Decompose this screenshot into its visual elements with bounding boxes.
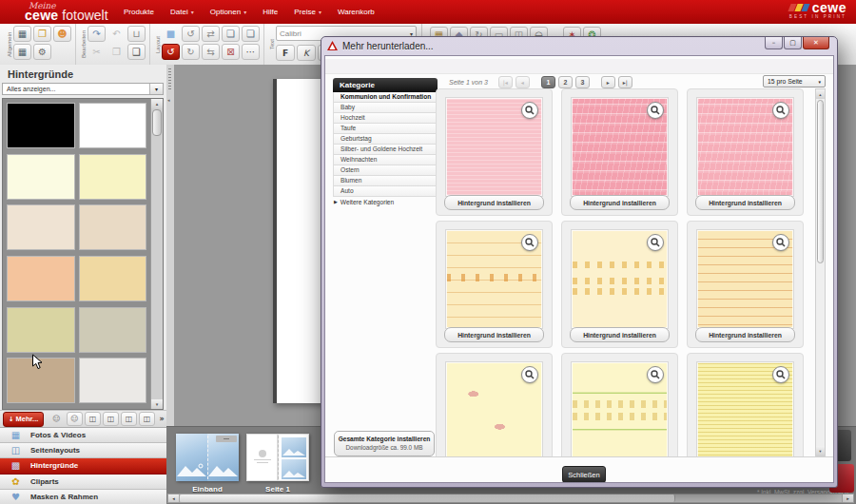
category-ostern[interactable]: Ostern bbox=[333, 165, 438, 176]
close-button[interactable]: ✕ bbox=[803, 37, 829, 49]
page-1-button[interactable]: 1 bbox=[541, 76, 555, 88]
scrollbar-thumb[interactable] bbox=[817, 100, 824, 263]
active-undo-icon[interactable]: ↺ bbox=[162, 44, 180, 60]
magnifier-icon[interactable] bbox=[772, 234, 789, 251]
page-thumb-einband[interactable]: Einband bbox=[176, 434, 239, 494]
background-swatch-8[interactable] bbox=[79, 256, 147, 301]
scroll-down-icon[interactable]: ▾ bbox=[151, 399, 163, 409]
background-swatch-10[interactable] bbox=[79, 307, 147, 353]
category-weihnachten[interactable]: Weihnachten bbox=[333, 155, 438, 165]
magnifier-icon[interactable] bbox=[772, 102, 789, 119]
category-blumen[interactable]: Blumen bbox=[333, 176, 438, 186]
install-background-button[interactable]: Hintergrund installieren bbox=[695, 327, 795, 342]
save-icon[interactable]: ▦ bbox=[13, 26, 31, 42]
background-swatch-7[interactable] bbox=[7, 256, 75, 301]
install-background-button[interactable]: Hintergrund installieren bbox=[570, 327, 670, 342]
menu-optionen[interactable]: Optionen▾ bbox=[210, 8, 246, 16]
menu-preise[interactable]: Preise▾ bbox=[294, 8, 321, 16]
background-swatch-9[interactable] bbox=[7, 307, 75, 353]
menu-datei[interactable]: Datei▾ bbox=[170, 8, 194, 16]
scrollbar-thumb[interactable] bbox=[180, 494, 675, 502]
background-filter-select[interactable]: Alles anzeigen... ▾ bbox=[2, 83, 164, 95]
cut-icon[interactable]: ✂ bbox=[88, 44, 106, 60]
flip-icon[interactable]: ⇄ bbox=[202, 26, 220, 42]
per-page-select[interactable]: 15 pro Seite ▾ bbox=[763, 75, 826, 87]
footer-more-icon[interactable]: » bbox=[157, 412, 166, 426]
background-preview[interactable] bbox=[572, 98, 668, 196]
page-2-button[interactable]: 2 bbox=[558, 76, 573, 88]
open-folder-icon[interactable]: ❐ bbox=[33, 26, 51, 42]
sidebar-item-masken-rahmen[interactable]: ♥Masken & Rahmen bbox=[0, 490, 166, 504]
last-page-button[interactable]: ▸| bbox=[618, 76, 632, 88]
copy-icon[interactable]: ❐ bbox=[107, 44, 126, 60]
page-3-button[interactable]: 3 bbox=[575, 76, 590, 88]
category-geburtstag[interactable]: Geburtstag bbox=[333, 134, 438, 145]
install-background-button[interactable]: Hintergrund installieren bbox=[570, 195, 670, 210]
bold-button[interactable]: F bbox=[276, 45, 295, 61]
category-hochzeit[interactable]: Hochzeit bbox=[333, 113, 438, 124]
settings-icon[interactable]: ⚙ bbox=[33, 44, 51, 60]
scrollbar-thumb[interactable] bbox=[152, 109, 162, 136]
background-swatch-2[interactable] bbox=[79, 103, 147, 148]
background-preview[interactable] bbox=[446, 362, 542, 456]
italic-button[interactable]: K bbox=[297, 45, 316, 61]
background-preview[interactable] bbox=[446, 98, 542, 196]
sidebar-item-fotos-videos[interactable]: ▦Fotos & Videos bbox=[0, 428, 166, 443]
menu-produkte[interactable]: Produkte bbox=[124, 8, 154, 16]
menu-hilfe[interactable]: Hilfe bbox=[263, 8, 278, 16]
install-background-button[interactable]: Hintergrund installieren bbox=[695, 195, 795, 210]
maximize-button[interactable]: ▢ bbox=[784, 37, 802, 49]
dialog-titlebar[interactable]: Mehr herunterladen... –▢✕ bbox=[321, 37, 837, 54]
rotate-ccw-icon[interactable]: ↺ bbox=[182, 26, 200, 42]
sidebar-item-seitenlayouts[interactable]: ◫Seitenlayouts bbox=[0, 443, 166, 458]
category-auto[interactable]: Auto bbox=[333, 186, 438, 197]
background-swatch-1[interactable] bbox=[7, 103, 75, 148]
next-page-button[interactable]: ▸ bbox=[601, 76, 615, 88]
background-preview[interactable] bbox=[572, 230, 668, 328]
category-silber-und-goldene-hochzeit[interactable]: Silber- und Goldene Hochzeit bbox=[333, 145, 438, 155]
more-categories[interactable]: ▶ Weitere Kategorien bbox=[333, 197, 438, 207]
raise-layer-icon[interactable]: ❏ bbox=[222, 26, 240, 42]
save-as-icon[interactable]: ▦ bbox=[13, 44, 31, 60]
redo-icon[interactable]: ↷ bbox=[88, 26, 106, 42]
install-background-button[interactable]: Hintergrund installieren bbox=[444, 195, 544, 210]
flip-vertical-icon[interactable]: ⇆ bbox=[202, 44, 220, 60]
sidebar-item-hintergr-nde[interactable]: ▩Hintergründe bbox=[0, 458, 166, 474]
paste-icon[interactable]: ❑ bbox=[127, 44, 146, 60]
user-icon[interactable]: ☻ bbox=[53, 26, 71, 42]
background-swatch-5[interactable] bbox=[7, 204, 75, 250]
delete-layer-icon[interactable]: ⊠ bbox=[222, 44, 240, 60]
magnifier-icon[interactable] bbox=[521, 366, 538, 383]
swatch-scrollbar[interactable]: ▴ ▾ bbox=[150, 99, 163, 409]
grid-scrollbar[interactable]: ▴ ▾ bbox=[815, 88, 826, 456]
background-swatch-12[interactable] bbox=[79, 358, 147, 403]
category-taufe[interactable]: Taufe bbox=[333, 124, 438, 134]
filmstrip-scrollbar[interactable]: ◂ ▸ bbox=[167, 494, 854, 503]
more-backgrounds-button[interactable]: ↓ Mehr... bbox=[3, 412, 44, 427]
category-kommunion-und-konfirmation[interactable]: Kommunion und Konfirmation bbox=[333, 92, 438, 103]
scroll-right-icon[interactable]: ▸ bbox=[842, 494, 853, 502]
background-preview[interactable] bbox=[446, 230, 542, 328]
magnifier-icon[interactable] bbox=[521, 234, 538, 251]
scroll-left-icon[interactable]: ◂ bbox=[168, 494, 180, 502]
scroll-up-icon[interactable]: ▴ bbox=[151, 99, 163, 108]
close-dialog-button[interactable]: Schließen bbox=[562, 466, 606, 483]
magnifier-icon[interactable] bbox=[521, 102, 538, 119]
book-view-icon[interactable]: ◫ bbox=[139, 412, 155, 426]
magnifier-icon[interactable] bbox=[772, 366, 789, 383]
rotate-cw-icon[interactable]: ↻ bbox=[182, 44, 200, 60]
background-swatch-6[interactable] bbox=[79, 204, 147, 250]
undo-icon[interactable]: ↶ bbox=[107, 26, 126, 42]
trash-icon[interactable]: ⊔ bbox=[127, 26, 146, 42]
background-preview[interactable] bbox=[697, 362, 793, 456]
collapse-arrow-icon[interactable]: ◂ bbox=[167, 97, 170, 103]
overflow-icon[interactable]: ⋯ bbox=[242, 44, 260, 60]
background-swatch-3[interactable] bbox=[7, 154, 75, 200]
one-page-view-icon[interactable]: ◫ bbox=[85, 412, 101, 426]
background-preview[interactable] bbox=[697, 98, 793, 196]
category-baby[interactable]: Baby bbox=[333, 103, 438, 113]
magnifier-icon[interactable] bbox=[647, 102, 664, 119]
minimize-button[interactable]: – bbox=[765, 37, 783, 49]
install-background-button[interactable]: Hintergrund installieren bbox=[444, 327, 544, 342]
prev-page-button[interactable]: ◂ bbox=[516, 76, 530, 88]
